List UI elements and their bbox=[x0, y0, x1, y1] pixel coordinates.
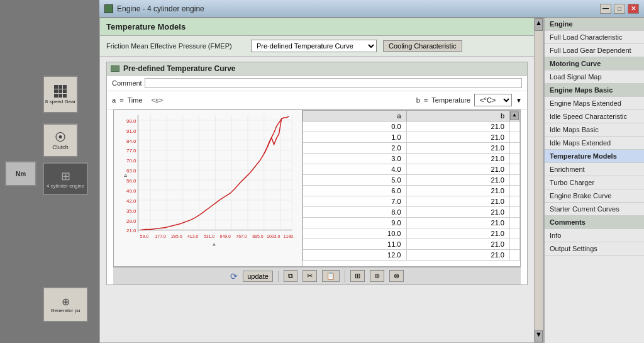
param-row: a = Time <s> b = Temperature <°C> ▼ bbox=[107, 91, 527, 110]
paste-button[interactable]: 📋 bbox=[322, 270, 340, 282]
right-panel-item-comments: Comments bbox=[545, 216, 644, 229]
table-row[interactable]: 0.0 21.0 bbox=[303, 121, 520, 132]
copy-button[interactable]: ⧉ bbox=[284, 270, 297, 282]
svg-text:56.0: 56.0 bbox=[126, 178, 136, 184]
right-panel-item-motoring-curve: Motoring Curve bbox=[545, 57, 644, 70]
cell-b: 21.0 bbox=[406, 154, 510, 164]
svg-text:413.0: 413.0 bbox=[187, 234, 199, 239]
table-row[interactable]: 11.0 21.0 bbox=[303, 239, 520, 250]
right-panel-item-engine-brake-curve[interactable]: Engine Brake Curve bbox=[545, 189, 644, 203]
cut-button[interactable]: ✂ bbox=[303, 270, 317, 282]
update-button[interactable]: update bbox=[243, 271, 273, 282]
table-row[interactable]: 2.0 21.0 bbox=[303, 143, 520, 154]
svg-text:84.0: 84.0 bbox=[126, 138, 136, 144]
chart-table-area: 98.0 91.0 84.0 77.0 70.0 63.0 56.0 bbox=[113, 110, 521, 267]
maximize-button[interactable]: □ bbox=[614, 4, 625, 14]
right-panel-item-full-load-gear-dependent[interactable]: Full Load Gear Dependent bbox=[545, 44, 644, 57]
table-row[interactable]: 12.0 21.0 bbox=[303, 250, 520, 261]
row-scroll bbox=[510, 143, 520, 154]
section-icon bbox=[111, 65, 119, 72]
col-b-header: b bbox=[406, 111, 510, 121]
cell-b: 21.0 bbox=[406, 186, 510, 196]
right-panel-item-engine-maps-extended[interactable]: Engine Maps Extended bbox=[545, 97, 644, 110]
right-panel-item-full-load-characteristic[interactable]: Full Load Characteristic bbox=[545, 31, 644, 44]
cell-b: 21.0 bbox=[406, 121, 510, 132]
nm-block[interactable]: Nm bbox=[5, 161, 36, 186]
main-scrollbar[interactable]: ▲ ▼ bbox=[534, 18, 543, 342]
scroll-header: ▲ bbox=[510, 111, 520, 121]
chart-area: 98.0 91.0 84.0 77.0 70.0 63.0 56.0 bbox=[114, 110, 303, 266]
table-row[interactable]: 3.0 21.0 bbox=[303, 154, 520, 164]
gen-block[interactable]: ⊕ Generator pu bbox=[43, 287, 88, 322]
table-row[interactable]: 4.0 21.0 bbox=[303, 164, 520, 175]
row-scroll bbox=[510, 239, 520, 250]
row-scroll bbox=[510, 207, 520, 218]
svg-text:885.0: 885.0 bbox=[252, 234, 264, 239]
cell-b: 21.0 bbox=[406, 164, 510, 175]
svg-text:b: b bbox=[123, 174, 128, 177]
right-panel-item-engine: Engine bbox=[545, 18, 644, 31]
cell-a: 8.0 bbox=[303, 207, 407, 218]
right-panel-item-turbo-charger[interactable]: Turbo Charger bbox=[545, 176, 644, 189]
svg-text:295.0: 295.0 bbox=[171, 234, 182, 239]
scroll-up-btn[interactable]: ▲ bbox=[535, 18, 543, 31]
right-panel-item-idle-maps-extended[interactable]: Idle Maps Extended bbox=[545, 137, 644, 150]
left-sidebar: 8 speed Gear ⦿ Clutch Nm ⊞ 4 cylinder en… bbox=[0, 0, 99, 343]
grid3-button[interactable]: ⊗ bbox=[389, 270, 404, 282]
divider1 bbox=[278, 271, 279, 282]
cell-b: 21.0 bbox=[406, 132, 510, 143]
right-panel-item-starter-current-curves[interactable]: Starter Current Curves bbox=[545, 203, 644, 216]
cell-a: 7.0 bbox=[303, 196, 407, 207]
right-panel: EngineFull Load CharacteristicFull Load … bbox=[543, 18, 644, 343]
minimize-button[interactable]: — bbox=[600, 4, 611, 14]
svg-text:767.0: 767.0 bbox=[236, 234, 247, 239]
right-panel-item-idle-maps-basic[interactable]: Idle Maps Basic bbox=[545, 123, 644, 137]
right-panel-item-enrichment[interactable]: Enrichment bbox=[545, 163, 644, 176]
right-panel-item-idle-speed-characteristic[interactable]: Idle Speed Characteristic bbox=[545, 110, 644, 123]
table-scroll-up[interactable]: ▲ bbox=[510, 111, 519, 120]
right-panel-item-load-signal-map[interactable]: Load Signal Map bbox=[545, 70, 644, 84]
gear-block[interactable]: 8 speed Gear bbox=[43, 76, 78, 113]
row-scroll bbox=[510, 218, 520, 228]
window-controls: — □ ✕ bbox=[600, 4, 639, 14]
cell-a: 10.0 bbox=[303, 228, 407, 239]
fmep-label: Friction Mean Effective Pressure (FMEP) bbox=[106, 42, 245, 50]
comment-input[interactable] bbox=[145, 78, 522, 88]
grid1-button[interactable]: ⊞ bbox=[350, 270, 365, 282]
data-table[interactable]: a b ▲ 0.0 21.0 1.0 21.0 2.0 21.0 bbox=[303, 110, 520, 266]
dropdown-arrow-icon[interactable]: ▼ bbox=[516, 97, 522, 104]
fmep-select[interactable]: Pre-defined Temperature Curve bbox=[251, 40, 377, 52]
table-row[interactable]: 8.0 21.0 bbox=[303, 207, 520, 218]
row-scroll bbox=[510, 250, 520, 261]
table-row[interactable]: 5.0 21.0 bbox=[303, 175, 520, 186]
scroll-down-btn[interactable]: ▼ bbox=[535, 330, 543, 342]
pre-defined-curve-section: Pre-defined Temperature Curve Comment a … bbox=[106, 62, 528, 285]
cell-b: 21.0 bbox=[406, 175, 510, 186]
right-panel-item-info[interactable]: Info bbox=[545, 229, 644, 242]
svg-text:1180.: 1180. bbox=[284, 234, 294, 239]
table-row[interactable]: 10.0 21.0 bbox=[303, 228, 520, 239]
row-scroll bbox=[510, 164, 520, 175]
table-row[interactable]: 6.0 21.0 bbox=[303, 186, 520, 196]
table-row[interactable]: 9.0 21.0 bbox=[303, 218, 520, 228]
svg-text:42.0: 42.0 bbox=[126, 198, 136, 204]
grid2-button[interactable]: ⊕ bbox=[370, 270, 384, 282]
param-b-unit-select[interactable]: <°C> bbox=[474, 94, 512, 106]
table-row[interactable]: 7.0 21.0 bbox=[303, 196, 520, 207]
nm-label: Nm bbox=[16, 171, 26, 177]
close-button[interactable]: ✕ bbox=[628, 4, 639, 14]
row-scroll bbox=[510, 121, 520, 132]
divider2 bbox=[345, 271, 345, 282]
engine-block-label: 4 cylinder engine bbox=[47, 183, 84, 189]
cooling-characteristic-button[interactable]: Cooling Characteristic bbox=[383, 40, 462, 52]
right-panel-item-output-settings[interactable]: Output Settings bbox=[545, 242, 644, 256]
param-a-unit: <s> bbox=[152, 96, 163, 104]
clutch-block[interactable]: ⦿ Clutch bbox=[43, 123, 78, 157]
engine-block[interactable]: ⊞ 4 cylinder engine bbox=[43, 162, 88, 195]
table-row[interactable]: 1.0 21.0 bbox=[303, 132, 520, 143]
svg-text:63.0: 63.0 bbox=[126, 168, 136, 174]
cell-a: 9.0 bbox=[303, 218, 407, 228]
svg-text:77.0: 77.0 bbox=[126, 148, 136, 154]
param-b-name: b bbox=[416, 96, 420, 104]
cell-a: 6.0 bbox=[303, 186, 407, 196]
